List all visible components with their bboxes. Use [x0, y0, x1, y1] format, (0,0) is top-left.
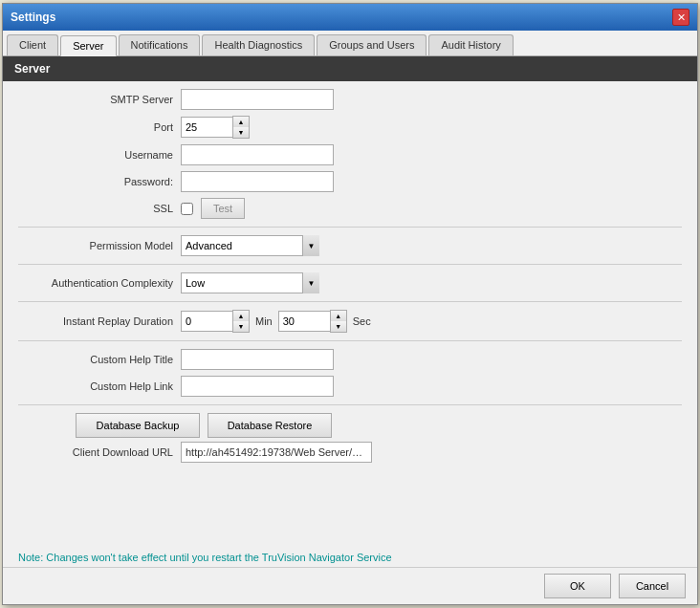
port-increment-button[interactable]: ▲	[233, 117, 249, 127]
replay-sec-spinner: ▲ ▼	[278, 310, 347, 333]
port-row: Port ▲ ▼	[18, 116, 682, 139]
client-download-url-row: Client Download URL	[18, 442, 682, 463]
replay-min-spinner: ▲ ▼	[181, 310, 250, 333]
custom-help-link-label: Custom Help Link	[18, 380, 181, 392]
database-restore-button[interactable]: Database Restore	[208, 413, 332, 438]
cancel-button[interactable]: Cancel	[619, 574, 686, 598]
sec-unit-label: Sec	[353, 315, 371, 327]
restart-note: Note: Changes won't take effect until yo…	[3, 544, 697, 567]
smtp-server-input[interactable]	[181, 89, 334, 110]
tab-bar: Client Server Notifications Health Diagn…	[3, 31, 697, 56]
replay-min-input[interactable]	[181, 311, 233, 332]
tab-health-diagnostics[interactable]: Health Diagnostics	[202, 34, 315, 55]
permission-model-select[interactable]: Advanced Basic	[181, 235, 319, 256]
min-unit-label: Min	[255, 315, 273, 327]
password-input[interactable]	[181, 171, 334, 192]
ok-button[interactable]: OK	[544, 574, 611, 598]
replay-sec-decrement[interactable]: ▼	[331, 321, 346, 332]
tab-client[interactable]: Client	[7, 34, 58, 55]
port-label: Port	[18, 121, 181, 133]
replay-sec-increment[interactable]: ▲	[331, 311, 346, 321]
tab-audit-history[interactable]: Audit History	[428, 34, 513, 55]
auth-complexity-select-wrapper: Low Medium High ▼	[181, 272, 319, 293]
client-download-url-label: Client Download URL	[18, 446, 181, 458]
database-button-row: Database Backup Database Restore	[18, 413, 682, 438]
database-backup-button[interactable]: Database Backup	[76, 413, 200, 438]
username-label: Username	[18, 149, 181, 161]
port-decrement-button[interactable]: ▼	[233, 127, 249, 138]
custom-help-title-input[interactable]	[181, 349, 334, 370]
tab-groups-and-users[interactable]: Groups and Users	[317, 34, 427, 55]
ssl-row: SSL Test	[18, 198, 682, 219]
replay-min-increment[interactable]: ▲	[233, 311, 249, 321]
port-spinner: ▲ ▼	[181, 116, 250, 139]
username-row: Username	[18, 144, 682, 165]
divider-5	[18, 404, 682, 405]
port-spinner-buttons: ▲ ▼	[232, 116, 250, 139]
test-button[interactable]: Test	[201, 198, 245, 219]
replay-min-decrement[interactable]: ▼	[233, 321, 249, 332]
smtp-server-row: SMTP Server	[18, 89, 682, 110]
custom-help-link-input[interactable]	[181, 376, 334, 397]
password-label: Password:	[18, 176, 181, 187]
settings-window: Settings ✕ Client Server Notifications H…	[2, 3, 698, 605]
divider-2	[18, 264, 682, 265]
ssl-checkbox[interactable]	[181, 203, 193, 215]
password-row: Password:	[18, 171, 682, 192]
ssl-label: SSL	[18, 203, 181, 214]
username-input[interactable]	[181, 144, 334, 165]
instant-replay-label: Instant Replay Duration	[18, 315, 181, 327]
client-download-url-input[interactable]	[181, 442, 372, 463]
auth-complexity-row: Authentication Complexity Low Medium Hig…	[18, 272, 682, 293]
close-button[interactable]: ✕	[672, 9, 689, 26]
instant-replay-row: Instant Replay Duration ▲ ▼ Min ▲	[18, 310, 682, 333]
custom-help-link-row: Custom Help Link	[18, 376, 682, 397]
custom-help-title-row: Custom Help Title	[18, 349, 682, 370]
replay-sec-input[interactable]	[278, 311, 331, 332]
bottom-bar: OK Cancel	[3, 567, 697, 604]
tab-server[interactable]: Server	[60, 35, 116, 56]
custom-help-title-label: Custom Help Title	[18, 354, 181, 365]
section-title: Server	[3, 56, 697, 81]
form-area: SMTP Server Port ▲ ▼ Username	[3, 81, 697, 544]
port-input[interactable]	[181, 117, 233, 138]
window-title: Settings	[11, 11, 55, 24]
auth-complexity-label: Authentication Complexity	[18, 277, 181, 289]
auth-complexity-select[interactable]: Low Medium High	[181, 272, 319, 293]
content-area: Server SMTP Server Port ▲ ▼ Us	[3, 56, 697, 604]
permission-model-row: Permission Model Advanced Basic ▼	[18, 235, 682, 256]
title-bar: Settings ✕	[3, 4, 697, 31]
instant-replay-controls: ▲ ▼ Min ▲ ▼ Sec	[181, 310, 371, 333]
smtp-server-label: SMTP Server	[18, 94, 181, 105]
replay-min-buttons: ▲ ▼	[232, 310, 250, 333]
divider-1	[18, 227, 682, 228]
tab-notifications[interactable]: Notifications	[119, 34, 201, 55]
permission-model-label: Permission Model	[18, 240, 181, 251]
divider-3	[18, 301, 682, 302]
replay-sec-buttons: ▲ ▼	[330, 310, 347, 333]
permission-model-select-wrapper: Advanced Basic ▼	[181, 235, 319, 256]
divider-4	[18, 340, 682, 341]
